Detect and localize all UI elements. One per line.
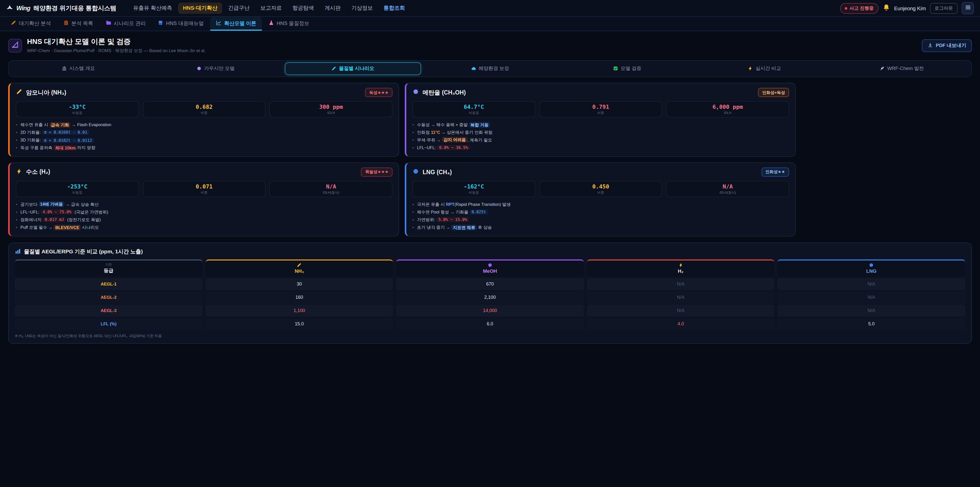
stat-value: 0.682 [143,104,265,110]
stat-value: 0.071 [143,184,265,190]
main-nav-item-board[interactable]: 게시판 [320,3,345,14]
model-theory-icon-box [8,39,22,53]
substance-title: 수소 (H₂) [26,168,358,176]
section-tab-validation[interactable]: 모델 검증 [559,62,695,75]
substance-card-nh3: 암모니아 (NH₃)독성★★★-33°C비등점0.682비중300 ppmIDL… [8,83,399,157]
pdf-export-button[interactable]: PDF 내보내기 [922,39,972,52]
subnav-tab-analysis[interactable]: 대기확산 분석 [5,17,57,30]
user-name: Eunjeong Kim [894,5,926,11]
comparison-header-nh3: NH₃ [205,259,393,276]
stat-value: 0.450 [540,184,662,190]
main-nav-item-integrated-search[interactable]: 통합조회 [379,3,410,14]
pencil-icon [11,20,16,26]
stat-value: 300 ppm [270,104,392,110]
page-header: HNS 대기확산 모델 이론 및 검증 WRF-Chem · Gaussian … [0,31,980,59]
section-tab-label: 시스템 개요 [69,65,95,72]
building-icon [62,65,67,71]
stat-label: 비등점 [413,190,535,195]
hamburger-icon [964,4,971,12]
brand-logo-text: Wing [16,5,30,12]
list-icon [63,20,69,27]
section-tab-gaussian[interactable]: 가우시안 모델 [148,62,284,75]
table-cell: N/A [587,278,775,290]
brand[interactable]: Wing 해양환경 위기대응 통합시스템 [6,3,116,13]
stat-box: 0.682비중 [143,101,266,118]
table-cell: N/A [778,305,965,316]
hazard-badge: 독성★★★ [365,88,393,97]
comparison-title: 물질별 AEGL/ERPG 기준 비교 (ppm, 1시간 노출) [24,248,143,255]
row-label: AEGL-3 [15,305,202,316]
stat-label: 비중 [540,111,662,115]
substance-card-meoh: 메탄올 (CH₃OH)인화성+독성64.7°C비등점0.791비중6,000 p… [405,83,796,157]
subnav-tab-label: 확산모델 이론 [224,20,256,27]
stat-label: 비등점 [16,190,138,195]
section-tab-label: WRF-Chem 발전 [887,65,924,72]
card-header-h2: 수소 (H₂)폭발성★★★ [16,168,393,177]
flask-icon [269,20,274,27]
section-tab-marine-correction[interactable]: 해양환경 보정 [422,62,558,75]
main-nav-item-rescue[interactable]: 긴급구난 [224,3,254,14]
building-icon [62,65,67,72]
folder-icon [105,20,111,26]
stat-label: 비중 [143,111,265,115]
stat-label: 비등점 [413,111,535,115]
stats-row: 64.7°C비등점0.791비중6,000 ppmIDLH [412,101,789,118]
notifications-button[interactable] [882,3,890,13]
stat-label: 비중 [540,190,662,195]
bolt-icon [748,65,753,72]
bullet-list: 해수면 유출 시 급속 기화 → Flash Evaporation2D 기화율… [16,121,393,151]
aegl-comparison-panel: 물질별 AEGL/ERPG 기준 비교 (ppm, 1시간 노출) 기준등급NH… [8,242,972,343]
column-name: MeOH [396,268,584,273]
page-subtitle: WRF-Chem · Gaussian Plume/Puff · ROMS · … [27,48,206,54]
section-tab-wrf-chem[interactable]: WRF-Chem 발전 [834,62,970,75]
substance-card-h2: 수소 (H₂)폭발성★★★-253°C비등점0.071비중N/AIDLH(질식)… [8,163,399,236]
stat-value: N/A [270,184,392,190]
stat-box: 0.450비중 [539,181,662,197]
section-tab-realtime[interactable]: 실시간 비교 [697,62,833,75]
stat-box: N/AIDLH(질식) [667,181,789,197]
subnav-tab-list[interactable]: 분석 목록 [58,17,99,30]
subnav-tab-manual[interactable]: HNS 대응매뉴얼 [152,17,210,30]
bolt-icon [587,262,775,267]
circle-icon [869,262,874,267]
comparison-header-h2: H₂ [587,259,775,276]
bullet-item: 3D 기화율: m = 0.0182t - 0.0112 [16,137,393,143]
bullet-item: 초기 냉각 증기 → 지표면 체류 후 상승 [412,224,789,231]
table-cell: 160 [205,291,393,303]
table-cell: 15.0 [205,318,393,330]
logout-button[interactable]: 로그아웃 [930,3,958,14]
hamburger-menu-button[interactable] [962,2,974,14]
section-tab-scenarios[interactable]: 물질별 시나리오 [285,62,421,75]
stat-box: 300 ppmIDLH [270,101,393,118]
main-nav-item-aerial-search[interactable]: 항공탐색 [288,3,318,14]
main-nav-item-weather[interactable]: 기상정보 [347,3,377,14]
bolt-icon [16,168,22,177]
comparison-table: 기준등급NH₃MeOHH₂LNGAEGL-130670N/AN/AAEGL-21… [15,259,965,330]
subnav-tab-theory[interactable]: 확산모델 이론 [210,17,262,30]
stat-value: N/A [667,184,789,190]
pencil-icon [11,20,16,27]
stat-label: IDLH(질식) [667,190,789,195]
section-tab-label: 모델 검증 [620,65,641,72]
column-name: H₂ [587,268,775,273]
bullet-item: 2D 기화율: m = 0.0168t - 0.01 [16,129,393,136]
substance-card-lng: LNG (CH₄)인화성★★-162°C비등점0.450비중N/AIDLH(질식… [405,163,796,236]
bullet-item: 인화점 11°C → 상온에서 증기 인화 위험 [412,129,789,136]
subnav-tab-scenario[interactable]: 시나리오 관리 [100,17,151,30]
main-nav-item-reports[interactable]: 보고자료 [256,3,286,14]
subnav-tab-substances[interactable]: HNS 물질정보 [263,17,315,30]
substance-title: LNG (CH₄) [423,169,758,175]
stat-value: -253°C [16,184,138,190]
list-icon [63,20,69,26]
main-nav-item-hns-dispersion[interactable]: HNS·대기확산 [178,3,222,14]
table-cell: 6.0 [396,318,584,330]
table-cell: 670 [396,278,584,290]
criteria-bottom-label: 등급 [15,267,202,274]
comparison-header-row: 기준등급NH₃MeOHH₂LNG [15,259,965,276]
circle-icon [412,168,419,175]
main-nav-item-oil-spill[interactable]: 유출유 확산예측 [129,3,177,14]
table-cell: 14,000 [396,305,584,316]
section-tab-overview[interactable]: 시스템 개요 [10,62,146,75]
chart-icon [216,20,222,26]
table-cell: N/A [587,305,775,316]
